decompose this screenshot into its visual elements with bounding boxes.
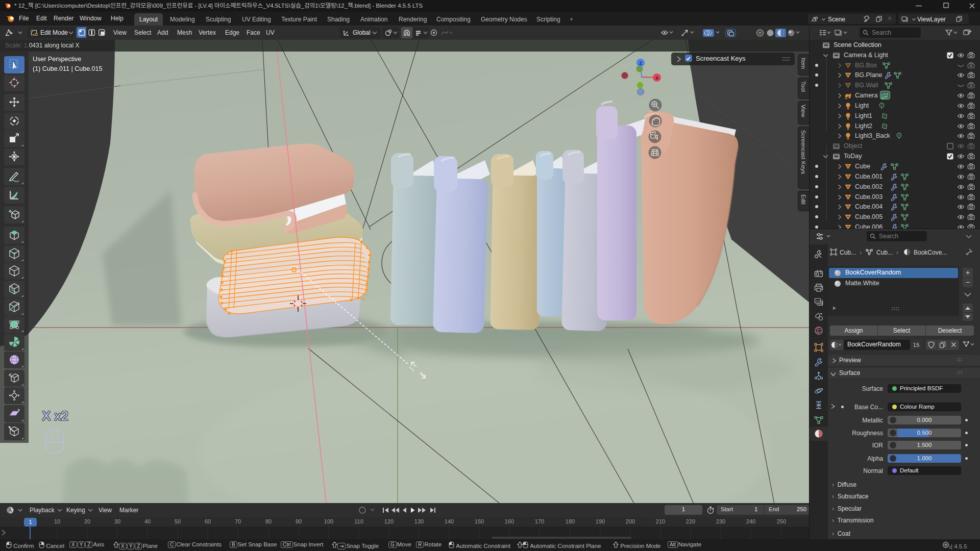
svg-text:Z: Z: [639, 61, 642, 66]
svg-text:190: 190: [596, 518, 605, 524]
svg-text:140: 140: [445, 518, 454, 524]
svg-text:160: 160: [505, 518, 514, 524]
svg-text:150: 150: [475, 518, 484, 524]
svg-text:170: 170: [535, 518, 544, 524]
svg-text:70: 70: [235, 518, 241, 524]
svg-text:X: X: [655, 76, 658, 81]
svg-text:130: 130: [414, 518, 424, 524]
svg-text:40: 40: [144, 518, 151, 524]
svg-text:240: 240: [746, 518, 755, 524]
svg-text:110: 110: [354, 518, 363, 524]
svg-text:60: 60: [205, 518, 211, 524]
svg-text:20: 20: [84, 518, 90, 524]
svg-text:120: 120: [384, 518, 394, 524]
svg-text:90: 90: [296, 518, 302, 524]
svg-text:80: 80: [265, 518, 272, 524]
svg-text:200: 200: [626, 518, 635, 524]
svg-text:230: 230: [716, 518, 725, 524]
svg-text:220: 220: [686, 518, 695, 524]
svg-text:210: 210: [656, 518, 665, 524]
svg-text:50: 50: [175, 518, 181, 524]
svg-text:10: 10: [54, 518, 60, 524]
svg-text:30: 30: [114, 518, 120, 524]
svg-text:100: 100: [324, 518, 333, 524]
svg-text:250: 250: [777, 518, 786, 524]
svg-text:180: 180: [566, 518, 575, 524]
